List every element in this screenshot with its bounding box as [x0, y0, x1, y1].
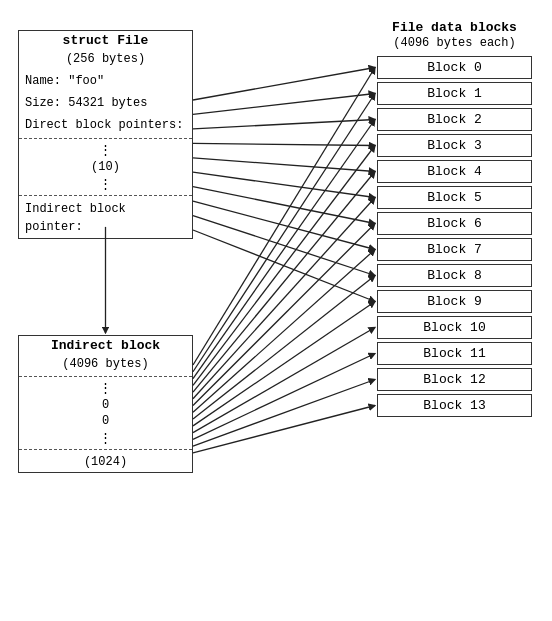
- svg-line-2: [193, 120, 375, 129]
- divider-2: [19, 195, 192, 196]
- svg-line-14: [193, 146, 375, 386]
- indirect-block-box: Indirect block (4096 bytes) ⋮ 0 0 ⋮ (102…: [18, 335, 193, 473]
- svg-line-24: [193, 406, 375, 453]
- block-item-0: Block 0: [377, 56, 532, 79]
- indirect-dots-2: ⋮: [19, 429, 192, 447]
- indirect-divider-1: [19, 376, 192, 377]
- block-item-1: Block 1: [377, 82, 532, 105]
- svg-line-15: [193, 172, 375, 393]
- svg-line-12: [193, 94, 375, 372]
- svg-line-7: [193, 201, 375, 249]
- struct-name-row: Name: "foo": [19, 70, 192, 92]
- blocks-title: File data blocks: [377, 20, 532, 35]
- struct-file-title: struct File: [19, 31, 192, 52]
- indirect-num: (1024): [19, 452, 192, 472]
- struct-size-row: Size: 54321 bytes: [19, 92, 192, 114]
- svg-line-6: [193, 187, 375, 224]
- svg-line-9: [193, 230, 375, 302]
- block-item-5: Block 5: [377, 186, 532, 209]
- block-item-8: Block 8: [377, 264, 532, 287]
- block-item-9: Block 9: [377, 290, 532, 313]
- struct-direct-label: Direct block pointers:: [19, 114, 192, 136]
- svg-line-23: [193, 380, 375, 447]
- block-item-3: Block 3: [377, 134, 532, 157]
- block-item-10: Block 10: [377, 316, 532, 339]
- svg-line-21: [193, 328, 375, 433]
- svg-line-0: [193, 68, 375, 101]
- block-item-2: Block 2: [377, 108, 532, 131]
- svg-line-19: [193, 276, 375, 420]
- indirect-block-title: Indirect block: [19, 336, 192, 357]
- block-item-4: Block 4: [377, 160, 532, 183]
- svg-line-13: [193, 120, 375, 379]
- svg-line-5: [193, 172, 375, 197]
- svg-line-17: [193, 224, 375, 406]
- indirect-divider-2: [19, 449, 192, 450]
- dots-1: ⋮: [19, 141, 192, 159]
- svg-line-18: [193, 250, 375, 413]
- block-item-7: Block 7: [377, 238, 532, 261]
- struct-file-subtitle: (256 bytes): [19, 52, 192, 70]
- blocks-subtitle: (4096 bytes each): [377, 36, 532, 50]
- indirect-val1: 0: [19, 397, 192, 413]
- struct-indirect-label: Indirect block pointer:: [19, 198, 192, 238]
- indirect-block-subtitle: (4096 bytes): [19, 357, 192, 374]
- svg-line-11: [193, 68, 375, 366]
- block-item-6: Block 6: [377, 212, 532, 235]
- divider-1: [19, 138, 192, 139]
- indirect-dots-1: ⋮: [19, 379, 192, 397]
- svg-line-20: [193, 302, 375, 426]
- struct-file-box: struct File (256 bytes) Name: "foo" Size…: [18, 30, 193, 239]
- indirect-val2: 0: [19, 413, 192, 429]
- dots-2: ⋮: [19, 175, 192, 193]
- num-direct: (10): [19, 159, 192, 175]
- svg-line-1: [193, 94, 375, 115]
- svg-line-3: [193, 143, 375, 145]
- block-item-12: Block 12: [377, 368, 532, 391]
- svg-line-22: [193, 354, 375, 440]
- diagram: struct File (256 bytes) Name: "foo" Size…: [0, 0, 552, 621]
- blocks-list: Block 0Block 1Block 2Block 3Block 4Block…: [377, 56, 532, 417]
- block-item-13: Block 13: [377, 394, 532, 417]
- file-data-blocks-area: File data blocks (4096 bytes each) Block…: [377, 20, 532, 420]
- block-item-11: Block 11: [377, 342, 532, 365]
- svg-line-8: [193, 216, 375, 276]
- svg-line-4: [193, 158, 375, 172]
- svg-line-16: [193, 198, 375, 399]
